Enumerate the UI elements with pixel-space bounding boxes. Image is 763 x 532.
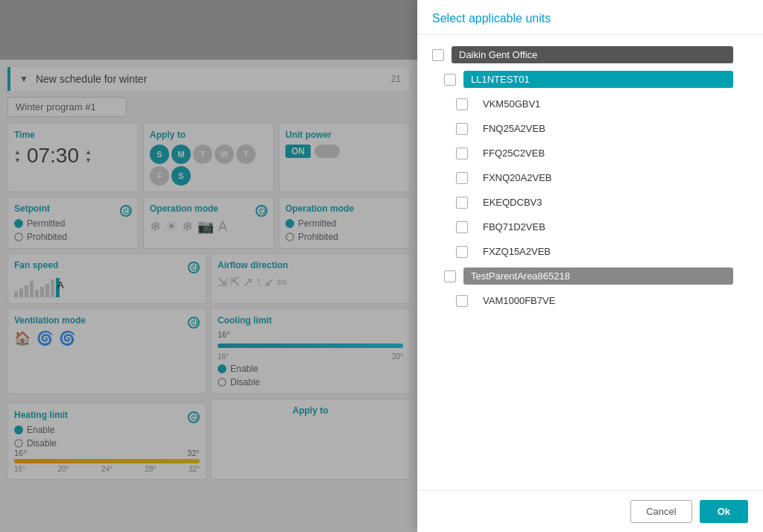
unit-row-ffq25c2veb[interactable]: FFQ25C2VEB — [417, 141, 763, 165]
modal-footer: Cancel Ok — [417, 490, 763, 532]
expand-arrow-daikin-gent[interactable]: ▼ — [739, 50, 748, 60]
checkbox-ll1ntest01[interactable] — [444, 74, 456, 86]
unit-label-vkm50gbv1: VKM50GBV1 — [475, 95, 748, 113]
unit-label-ekeqdcbv3: EKEQDCBV3 — [475, 194, 748, 211]
unit-label-fxzq15a2veb: FXZQ15A2VEB — [475, 243, 748, 260]
expand-arrow-testparent[interactable]: ▼ — [739, 271, 748, 282]
unit-row-testparent[interactable]: TestParentArea865218▼ — [417, 264, 763, 288]
unit-row-fbq71d2veb[interactable]: FBQ71D2VEB — [417, 215, 763, 239]
unit-row-fxnq20a2veb[interactable]: FXNQ20A2VEB — [417, 165, 763, 190]
modal-header: Select applicable units — [417, 0, 763, 35]
unit-label-ll1ntest01: LL1NTEST01 — [463, 71, 733, 88]
unit-label-fnq25a2veb: FNQ25A2VEB — [475, 120, 748, 137]
checkbox-fxzq15a2veb[interactable] — [456, 246, 468, 258]
unit-row-vkm50gbv1[interactable]: VKM50GBV1 — [417, 92, 763, 116]
select-units-modal: Select applicable units Daikin Gent Offi… — [417, 0, 763, 532]
modal-title: Select applicable units — [432, 12, 748, 25]
checkbox-fbq71d2veb[interactable] — [456, 221, 468, 233]
expand-arrow-ll1ntest01[interactable]: ▼ — [739, 75, 748, 85]
unit-row-ekeqdcbv3[interactable]: EKEQDCBV3 — [417, 190, 763, 215]
unit-label-vam1000fb7ve: VAM1000FB7VE — [475, 292, 748, 309]
unit-row-fnq25a2veb[interactable]: FNQ25A2VEB — [417, 116, 763, 141]
unit-row-vam1000fb7ve[interactable]: VAM1000FB7VE — [417, 288, 763, 313]
unit-label-daikin-gent: Daikin Gent Office — [452, 46, 733, 63]
unit-label-testparent: TestParentArea865218 — [463, 267, 733, 285]
checkbox-ekeqdcbv3[interactable] — [456, 197, 468, 209]
unit-label-fxnq20a2veb: FXNQ20A2VEB — [475, 169, 748, 186]
ok-button[interactable]: Ok — [700, 500, 748, 523]
modal-body: Daikin Gent Office▼LL1NTEST01▼VKM50GBV1F… — [417, 35, 763, 490]
cancel-button[interactable]: Cancel — [630, 500, 691, 523]
checkbox-vam1000fb7ve[interactable] — [456, 295, 468, 307]
unit-label-ffq25c2veb: FFQ25C2VEB — [475, 145, 748, 162]
unit-row-daikin-gent[interactable]: Daikin Gent Office▼ — [417, 42, 763, 67]
checkbox-ffq25c2veb[interactable] — [456, 148, 468, 159]
checkbox-daikin-gent[interactable] — [432, 49, 444, 61]
unit-row-fxzq15a2veb[interactable]: FXZQ15A2VEB — [417, 239, 763, 264]
checkbox-testparent[interactable] — [444, 270, 456, 282]
checkbox-fxnq20a2veb[interactable] — [456, 172, 468, 184]
checkbox-fnq25a2veb[interactable] — [456, 123, 468, 135]
unit-label-fbq71d2veb: FBQ71D2VEB — [475, 218, 748, 235]
checkbox-vkm50gbv1[interactable] — [456, 98, 468, 110]
unit-row-ll1ntest01[interactable]: LL1NTEST01▼ — [417, 67, 763, 92]
